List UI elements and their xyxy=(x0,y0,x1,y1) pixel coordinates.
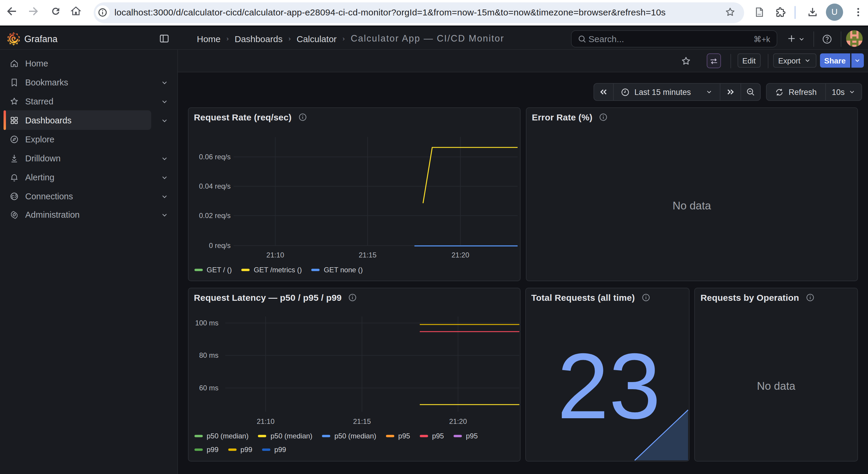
svg-text:21:15: 21:15 xyxy=(359,250,376,259)
svg-text:0.02 req/s: 0.02 req/s xyxy=(198,211,230,219)
svg-text:21:10: 21:10 xyxy=(256,417,274,425)
svg-text:80 ms: 80 ms xyxy=(199,351,218,359)
svg-text:21:20: 21:20 xyxy=(449,417,467,425)
svg-text:21:20: 21:20 xyxy=(451,250,469,259)
svg-text:23: 23 xyxy=(557,334,660,438)
svg-text:0.06 req/s: 0.06 req/s xyxy=(198,152,230,160)
svg-text:100 ms: 100 ms xyxy=(195,319,218,327)
svg-text:0 req/s: 0 req/s xyxy=(209,241,230,249)
svg-text:60 ms: 60 ms xyxy=(199,384,218,392)
svg-text:21:15: 21:15 xyxy=(353,417,371,425)
svg-text:0.04 req/s: 0.04 req/s xyxy=(198,182,230,190)
svg-text:21:10: 21:10 xyxy=(266,250,284,259)
